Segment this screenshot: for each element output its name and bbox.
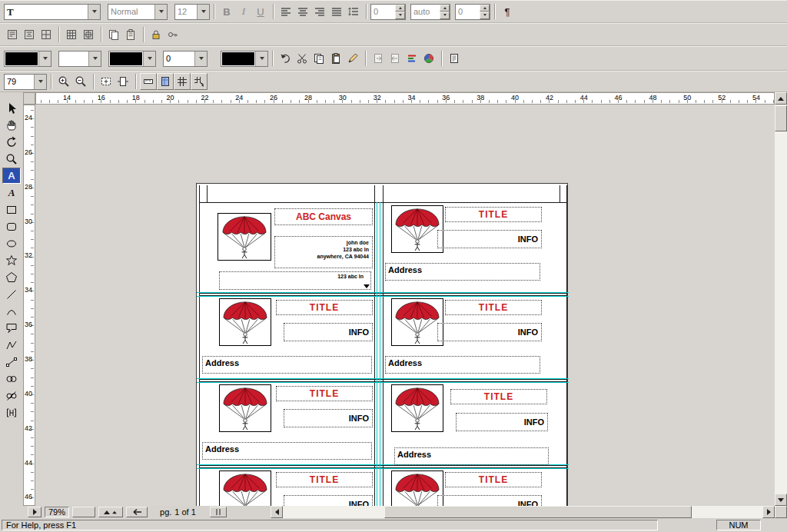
label-cell[interactable]: TITLEINFOAddress [383,295,567,379]
label-cell[interactable]: TITLEINFOAddress [199,467,374,506]
info-box[interactable]: INFO [456,413,548,431]
vertical-scroll-thumb[interactable] [775,105,787,131]
frame-center-button[interactable] [21,26,38,43]
frame-lines-button[interactable] [4,26,21,43]
grid-large-button[interactable] [80,26,97,43]
rounded-rectangle-tool[interactable] [2,218,21,234]
undo-button[interactable] [277,50,294,67]
design-canvas[interactable]: ABC Canvasjohn doe123 abc lnanywhere, CA… [35,105,775,506]
address-box[interactable]: Address [385,263,540,281]
info-box[interactable]: INFO [437,323,542,341]
line-width-combo[interactable]: 0 [163,51,208,67]
parachute-image[interactable] [391,470,443,506]
font-family-combo[interactable]: T [4,4,101,20]
merge-field-tool[interactable] [2,404,21,421]
zoom-tool[interactable] [2,151,21,167]
title-box[interactable]: TITLE [276,386,373,401]
scroll-down-button[interactable] [775,494,787,506]
title-box[interactable]: TITLE [276,472,373,487]
info-box[interactable]: INFO [284,495,373,506]
spin-down-button[interactable] [440,12,450,19]
copy-button[interactable] [310,50,327,67]
info-box[interactable]: INFO [284,409,373,427]
spin-up-button[interactable] [480,5,490,12]
spin-up-button[interactable] [440,5,450,12]
fill-pattern-dropdown-button[interactable] [88,52,101,66]
grid-small-button[interactable] [63,26,80,43]
address-box[interactable]: Address [202,442,372,460]
vertical-ruler[interactable]: 242628303234363840424446 [23,105,35,506]
toggle-grid-button[interactable] [174,73,191,90]
italic-button[interactable]: I [235,3,252,20]
spin-down-button[interactable] [480,12,490,19]
freeform-tool[interactable] [2,337,21,353]
label-cell[interactable]: TITLEINFOAddress [383,467,567,506]
info-box[interactable]: INFO [284,323,373,341]
title-box[interactable]: TITLE [445,207,542,222]
fill-color-dropdown-button[interactable] [38,52,51,66]
numeric-spinner-1[interactable]: 0 [370,4,406,20]
export-button[interactable] [370,50,387,67]
format-lines-button[interactable] [403,50,420,67]
report-button[interactable] [446,50,463,67]
address-box[interactable]: Address [385,356,540,374]
lock-button[interactable] [148,26,164,43]
toggle-rulers-button[interactable] [140,73,157,90]
size-dropdown-button[interactable] [197,5,209,19]
align-right-button[interactable] [311,3,328,20]
scroll-up-button[interactable] [775,92,787,105]
label-cell[interactable]: TITLEINFOAddress [383,381,567,465]
import-button[interactable] [387,50,403,67]
font-family-dropdown-button[interactable] [88,5,100,19]
zoom-combo[interactable]: 79 [4,74,47,90]
show-paragraph-marks-button[interactable]: ¶ [499,3,516,20]
nav-forward-button[interactable] [28,507,42,517]
rotate-tool[interactable] [2,134,21,150]
address-text-box[interactable]: john doe123 abc lnanywhere, CA 94044 [274,236,373,268]
page-options-button[interactable] [210,507,227,517]
cut-button[interactable] [294,50,310,67]
callout-tool[interactable] [2,320,21,336]
fit-page-button[interactable] [115,73,131,90]
paste-button[interactable] [327,50,344,67]
label-cell[interactable]: ABC Canvasjohn doe123 abc lnanywhere, CA… [199,202,374,293]
link-frames-tool[interactable] [2,371,21,387]
title-box[interactable]: TITLE [445,472,542,487]
zoom-in-button[interactable] [55,73,72,90]
info-box[interactable]: INFO [437,230,542,248]
horizontal-scrollbar[interactable] [271,506,775,518]
text-color-dropdown-button[interactable] [255,52,267,66]
pan-tool[interactable] [2,117,21,133]
title-box[interactable]: TITLE [276,300,373,315]
sort-pages-button[interactable] [98,507,123,517]
title-box[interactable]: TITLE [445,300,542,315]
parachute-image[interactable] [391,205,443,253]
vertical-scrollbar[interactable] [775,92,787,506]
label-cell[interactable]: TITLEINFOAddress [199,381,374,465]
previous-view-button[interactable] [126,507,148,517]
paragraph-style-combo[interactable]: Normal [108,4,168,20]
fill-pattern-combo[interactable] [58,51,101,67]
document-page[interactable]: ABC Canvasjohn doe123 abc lnanywhere, CA… [196,183,568,506]
line-spacing-button[interactable] [345,3,362,20]
parachute-image[interactable] [391,384,443,432]
zoom-dropdown-button[interactable] [34,75,46,89]
unlink-frames-tool[interactable] [2,387,21,404]
zoom-out-button[interactable] [72,73,89,90]
line-color-combo[interactable] [108,51,156,67]
draw-button[interactable] [344,50,361,67]
artistic-text-tool[interactable]: A [2,185,21,201]
line-color-dropdown-button[interactable] [143,52,155,66]
arc-tool[interactable] [2,303,21,319]
label-cell[interactable]: TITLEINFOAddress [199,295,374,379]
scroll-left-button[interactable] [271,506,283,518]
numeric-spinner-2[interactable]: auto [410,4,450,20]
horizontal-scroll-thumb[interactable] [384,506,692,518]
pointer-tool[interactable] [2,100,21,116]
align-left-button[interactable] [277,3,294,20]
scroll-right-button[interactable] [762,506,775,518]
parachute-image[interactable] [391,298,443,346]
align-justify-button[interactable] [328,3,345,20]
parachute-image[interactable] [219,470,271,506]
parachute-image[interactable] [219,384,271,432]
